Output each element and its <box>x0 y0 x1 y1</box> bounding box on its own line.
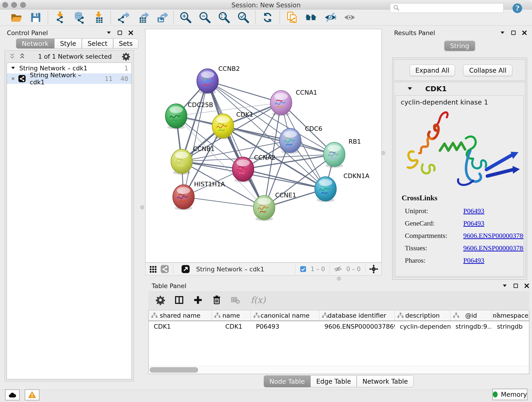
node-CDKN1A[interactable]: CDKN1A <box>315 172 370 202</box>
delete-columns-icon[interactable] <box>212 295 222 305</box>
network-overview-icon[interactable] <box>160 264 169 274</box>
gene-section-header[interactable]: CDK1 <box>394 82 525 95</box>
node-CCNE1[interactable]: CCNE1 <box>253 191 296 221</box>
tab-network-table[interactable]: Network Table <box>357 375 413 387</box>
tab-sets[interactable]: Sets <box>113 38 139 49</box>
first-neighbors-button[interactable] <box>305 11 317 24</box>
help-button[interactable]: ? <box>512 3 523 14</box>
collapse-toggle-icon[interactable] <box>10 65 16 71</box>
close-panel-icon[interactable] <box>524 283 530 289</box>
node-CDC25B[interactable]: CDC25B <box>165 101 213 129</box>
float-panel-icon[interactable] <box>510 30 516 36</box>
collapse-gene-icon[interactable] <box>406 85 413 92</box>
edge-CCNB2-CCNA1[interactable] <box>208 81 281 103</box>
collapse-all-networks-icon[interactable] <box>18 52 26 61</box>
update-view-button[interactable] <box>261 11 274 24</box>
table-row[interactable]: CDK1CDK1P064939606.ENSP00000378699cyclin… <box>149 321 529 332</box>
column-header-shared-name[interactable]: shared name <box>149 310 212 321</box>
crosslink-link[interactable]: P06493 <box>463 219 484 227</box>
tab-node-table[interactable]: Node Table <box>264 375 310 387</box>
table-cell[interactable]: CDK1 <box>212 323 251 330</box>
node-table-body: CDK1CDK1P064939606.ENSP00000378699cyclin… <box>149 321 529 332</box>
column-header-@id[interactable]: @id <box>450 310 492 321</box>
close-panel-icon[interactable] <box>521 30 527 36</box>
column-header-canonical-name[interactable]: canonical name <box>251 310 319 321</box>
warnings-button[interactable] <box>25 389 39 400</box>
crosslink-link[interactable]: 9606.ENSP00000378699 <box>463 232 524 240</box>
open-session-button[interactable] <box>10 11 23 24</box>
column-header-namespace[interactable]: namespace <box>492 310 529 321</box>
edge-CCNB2-CCNE1[interactable] <box>208 81 264 208</box>
tab-network[interactable]: Network <box>16 38 54 49</box>
detach-view-icon[interactable] <box>181 264 190 274</box>
zoom-selected-button[interactable] <box>237 11 250 24</box>
network-options-gear-icon[interactable] <box>122 52 130 61</box>
export-table-button[interactable] <box>136 11 148 24</box>
edge-CCNE1-HIST1H1A[interactable] <box>184 197 264 208</box>
node-table[interactable]: shared namenamecanonical namedatabase id… <box>148 310 529 374</box>
tab-edge-table[interactable]: Edge Table <box>310 375 357 387</box>
hidden-count-eye-icon[interactable] <box>333 264 342 274</box>
right-splitter-handle[interactable] <box>381 151 385 155</box>
expand-all-button[interactable]: Expand All <box>410 65 455 76</box>
column-header-database-identifier[interactable]: database identifier <box>319 310 395 321</box>
panel-menu-icon[interactable] <box>106 30 112 36</box>
node-CCNB2[interactable]: CCNB2 <box>197 65 240 94</box>
zoom-out-button[interactable] <box>198 11 211 24</box>
scrollbar-thumb[interactable] <box>150 367 198 373</box>
fit-content-crosshair-icon[interactable] <box>369 264 378 274</box>
tab-style[interactable]: Style <box>54 38 82 49</box>
column-header-description[interactable]: description <box>395 310 450 321</box>
table-cell[interactable]: stringdb:9... <box>450 323 492 330</box>
table-horizontal-scrollbar[interactable] <box>149 366 529 374</box>
memory-button[interactable]: Memory <box>492 389 527 400</box>
panel-menu-icon[interactable] <box>502 283 508 289</box>
table-options-gear-icon[interactable] <box>155 295 165 305</box>
hide-selected-button[interactable] <box>324 11 337 24</box>
edge-CCNB2-HIST1H1A[interactable] <box>184 81 208 197</box>
close-panel-icon[interactable] <box>128 30 134 36</box>
bottom-splitter-handle[interactable] <box>337 277 341 281</box>
collapse-all-button[interactable]: Collapse All <box>463 65 512 76</box>
network-view-canvas[interactable]: CDK1CCNB1CCNB2CCNA1CCNA2CCNE1CDC25BCDC6C… <box>145 29 382 263</box>
string-network-graph[interactable]: CDK1CCNB1CCNB2CCNA1CCNA2CCNE1CDC25BCDC6C… <box>146 29 381 262</box>
left-splitter-handle[interactable] <box>140 205 144 209</box>
cloud-button[interactable] <box>5 389 20 400</box>
table-cell[interactable]: cyclin-dependent ... <box>395 323 450 330</box>
table-cell[interactable]: P06493 <box>251 323 319 330</box>
zoom-in-button[interactable] <box>179 11 192 24</box>
column-header-name[interactable]: name <box>212 310 251 321</box>
tab-select[interactable]: Select <box>82 38 113 49</box>
crosslink-link[interactable]: 9606.ENSP00000378699 <box>463 244 524 252</box>
crosslink-link[interactable]: P06493 <box>463 256 484 264</box>
selected-count-checkbox-icon[interactable] <box>299 265 307 273</box>
table-cell[interactable]: CDK1 <box>149 323 212 330</box>
create-column-icon[interactable] <box>193 295 203 305</box>
save-session-button[interactable] <box>29 11 42 24</box>
show-all-button[interactable] <box>343 11 356 24</box>
expand-all-networks-icon[interactable] <box>8 52 16 61</box>
clone-network-button[interactable] <box>285 11 298 24</box>
export-image-button[interactable] <box>155 11 168 24</box>
panel-menu-icon[interactable] <box>500 30 505 36</box>
float-panel-icon[interactable] <box>117 30 123 36</box>
tab-string[interactable]: String <box>444 41 475 51</box>
birds-eye-view-icon[interactable] <box>148 264 157 274</box>
export-network-button[interactable] <box>116 11 129 24</box>
network-row[interactable]: String Network – cdk1 11 48 <box>7 73 132 84</box>
zoom-fit-button[interactable] <box>218 11 230 24</box>
import-table-from-file-button[interactable] <box>92 11 105 24</box>
table-cell[interactable]: stringdb <box>492 323 529 330</box>
search-box[interactable] <box>390 3 504 13</box>
node-RB1[interactable]: RB1 <box>323 138 361 168</box>
table-cell[interactable]: 9606.ENSP00000378699 <box>319 323 395 330</box>
search-input[interactable] <box>400 4 503 12</box>
float-panel-icon[interactable] <box>513 283 519 289</box>
crosslink-link[interactable]: P06493 <box>463 207 484 215</box>
import-network-from-file-button[interactable] <box>54 11 66 24</box>
show-columns-icon[interactable] <box>174 295 184 305</box>
import-network-from-database-button[interactable] <box>73 11 86 24</box>
node-CDK1[interactable]: CDK1 <box>212 111 253 139</box>
node-CCNA1[interactable]: CCNA1 <box>270 89 317 116</box>
node-HIST1H1A[interactable]: HIST1H1A <box>173 181 225 210</box>
